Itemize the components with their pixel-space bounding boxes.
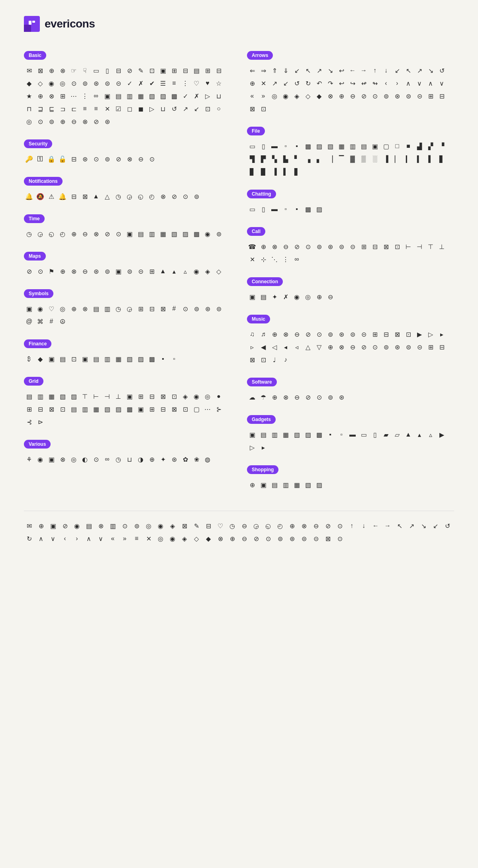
icon[interactable]: ◷ [24,229,34,239]
icon[interactable]: ⋮ [80,91,90,101]
icon[interactable]: ▵ [180,266,190,276]
icon[interactable]: « [108,533,118,544]
icon[interactable]: ▤ [84,521,94,531]
icon[interactable]: ⊞ [135,304,146,314]
icon[interactable]: ◂ [280,342,291,352]
icon[interactable]: ∨ [437,78,447,88]
icon[interactable]: ⊗ [280,392,291,402]
icon[interactable]: ▷ [202,91,213,101]
icon[interactable]: ▚ [269,154,280,164]
icon[interactable]: ⊡ [403,329,413,339]
icon[interactable]: ☰ [158,78,168,88]
icon[interactable]: ▙ [280,154,291,164]
icon[interactable]: ⊖ [292,392,302,402]
icon[interactable]: ⇒ [258,65,268,76]
icon[interactable]: ▧ [147,91,157,101]
icon[interactable]: ✎ [135,65,146,76]
icon[interactable]: ⊡ [202,104,213,114]
icon[interactable]: ◉ [292,292,302,302]
icon[interactable]: ▯ [370,429,380,440]
icon[interactable]: ▓ [347,154,358,164]
icon[interactable]: ◇ [303,91,313,101]
icon[interactable]: ◎ [143,521,154,531]
icon[interactable]: ▣ [80,354,90,364]
icon[interactable]: ◃ [292,342,302,352]
icon[interactable]: ▥ [102,354,112,364]
icon[interactable]: › [72,533,82,544]
icon[interactable]: ◴ [275,521,285,531]
icon[interactable]: ⊗ [57,65,68,76]
icon[interactable]: ▤ [358,141,369,151]
icon[interactable]: ◈ [180,391,190,402]
icon[interactable]: ✕ [143,533,154,544]
icon[interactable]: ▞ [425,141,436,151]
icon[interactable]: ✕ [102,104,112,114]
icon[interactable]: ∨ [414,78,425,88]
icon[interactable]: ⊞ [370,329,380,339]
icon[interactable]: ⊖ [80,229,90,239]
icon[interactable]: ✓ [124,78,135,88]
icon[interactable]: ⊞ [135,391,146,402]
icon[interactable]: ▱ [392,429,402,440]
icon[interactable]: ↙ [430,521,441,531]
icon[interactable]: ↗ [269,78,280,88]
icon[interactable]: ⊖ [239,521,249,531]
icon[interactable]: ⊘ [358,342,369,352]
icon[interactable]: « [247,91,257,101]
icon[interactable]: ⊛ [169,454,179,464]
icon[interactable]: ⊟ [158,404,168,414]
icon[interactable]: ⊕ [69,304,79,314]
icon[interactable]: ⊙ [113,229,123,239]
icon[interactable]: ◉ [35,304,45,314]
icon[interactable]: ↬ [370,78,380,88]
icon[interactable]: ▸ [437,329,447,339]
icon[interactable]: ⊞ [358,241,369,252]
icon[interactable]: ↙ [280,78,291,88]
icon[interactable]: ▨ [180,229,190,239]
icon[interactable]: ⊝ [414,342,425,352]
icon[interactable]: ▩ [124,404,135,414]
icon[interactable]: ⊘ [24,266,34,276]
icon[interactable]: ⋱ [269,254,280,265]
icon[interactable]: ◻ [124,104,135,114]
icon[interactable]: ▥ [269,429,280,440]
icon[interactable]: ⊛ [202,304,213,314]
icon[interactable]: ▲ [158,266,168,276]
icon[interactable]: ▔ [336,154,347,164]
icon[interactable]: ♥ [202,78,213,88]
icon[interactable]: ⊟ [381,329,391,339]
icon[interactable]: ▏ [392,154,402,164]
icon[interactable]: ↘ [425,65,436,76]
icon[interactable]: ∞ [102,454,112,464]
icon[interactable]: ▨ [113,404,123,414]
icon[interactable]: ⊚ [102,154,112,164]
icon[interactable]: ◉ [167,533,178,544]
icon[interactable]: 🔒 [46,154,57,164]
icon[interactable]: ⊙ [303,241,313,252]
icon[interactable]: ▌ [280,167,291,177]
icon[interactable]: ▣ [113,266,123,276]
icon[interactable]: ⊗ [280,329,291,339]
icon[interactable]: # [46,316,57,327]
icon[interactable]: ⊣ [414,241,425,252]
icon[interactable]: ⊙ [120,521,130,531]
icon[interactable]: ✓ [180,91,190,101]
icon[interactable]: ▣ [370,141,380,151]
icon[interactable]: ↶ [314,78,324,88]
icon[interactable]: ⊙ [263,533,273,544]
icon[interactable]: ≡ [131,533,142,544]
icon[interactable]: ▝ [437,141,447,151]
icon[interactable]: ✉ [24,65,34,76]
icon[interactable]: ∨ [96,533,106,544]
icon[interactable]: ⊘ [91,116,101,127]
icon[interactable]: ⊗ [124,154,135,164]
icon[interactable]: ⊳ [35,417,45,427]
icon[interactable]: ⊟ [437,91,447,101]
icon[interactable]: ◐ [80,454,90,464]
icon[interactable]: ◀ [258,342,268,352]
icon[interactable]: ▐ [381,154,391,164]
icon[interactable]: ⊗ [325,91,335,101]
icon[interactable]: ▨ [314,141,324,151]
icon[interactable]: ⊡ [392,241,402,252]
icon[interactable]: ⊗ [336,342,347,352]
